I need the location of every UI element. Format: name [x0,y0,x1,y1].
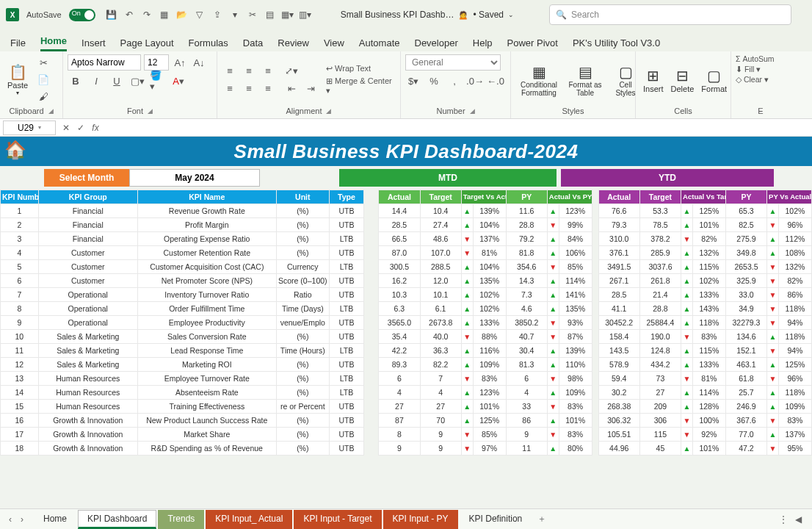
font-size-select[interactable] [144,54,169,71]
col-ytd-pyva[interactable]: PY Vs Actual [767,190,812,204]
table-row[interactable]: 1FinancialRevenue Growth Rate(%)UTB14.41… [1,204,812,218]
table-row[interactable]: 3FinancialOperating Expense Ratio(%)LTB6… [1,232,812,246]
menu-view[interactable]: View [324,37,344,51]
name-box[interactable]: U29 ▾ [3,120,56,135]
col-mtd-tva[interactable]: Target Vs Actual [461,190,506,204]
currency-icon[interactable]: $▾ [405,73,421,88]
menu-power-pivot[interactable]: Power Pivot [507,37,558,51]
menu-formulas[interactable]: Formulas [189,37,228,51]
fx-icon[interactable]: fx [88,123,103,133]
table-row[interactable]: 9OperationalEmployee Productivityvenue/E… [1,316,812,330]
enter-formula-icon[interactable]: ✓ [73,123,88,133]
table-row[interactable]: 2FinancialProfit Margin(%)UTB28.527.4▲10… [1,218,812,232]
accessibility-icon[interactable]: 🙍 [458,10,468,20]
home-icon[interactable]: 🏠 [4,140,26,160]
paste-button[interactable]: 📋Paste▾ [4,62,31,98]
col-mtd-avpy[interactable]: Actual Vs PY [547,190,592,204]
sheet-tab-kpi-input-actual[interactable]: KPI Input_ Actual [206,510,292,529]
bold-button[interactable]: B [68,73,84,88]
sheet-tab-kpi-input-py[interactable]: KPI Input - PY [383,510,458,529]
table2-icon[interactable]: ▦▾ [282,9,294,21]
insert-cells-button[interactable]: ⊞Insert [640,65,667,95]
table-row[interactable]: 13Human ResourcesEmployee Turnover Rate(… [1,372,812,386]
menu-insert[interactable]: Insert [81,37,106,51]
table-row[interactable]: 7OperationalInventory Turnover RatioRati… [1,288,812,302]
sheet-tab-kpi-definition[interactable]: KPI Definition [460,510,532,529]
col-mtd-py[interactable]: PY [506,190,547,204]
col-kpi-number[interactable]: KPI Number [1,190,39,204]
sheet-tab-kpi-input-target[interactable]: KPI Input - Target [294,510,381,529]
sheet-prev-icon[interactable]: ‹ [4,514,16,525]
merge-center-button[interactable]: ⊞ Merge & Center ▾ [326,76,396,96]
border-button[interactable]: ▢▾ [129,73,145,88]
col-kpi-name[interactable]: KPI Name [137,190,276,204]
align-top-icon[interactable]: ≡ [222,64,238,79]
format-painter-button[interactable]: 🖌 [35,90,51,104]
copy-button[interactable]: 📄 [35,73,51,87]
sheet-tab-trends[interactable]: Trends [158,510,204,529]
underline-button[interactable]: U [109,73,125,88]
clear-button[interactable]: ◇ Clear ▾ [736,75,769,84]
menu-file[interactable]: File [10,37,26,51]
cut-button[interactable]: ✂ [35,56,51,71]
table-row[interactable]: 11Sales & MarketingLead Response TimeTim… [1,344,812,358]
format-cells-button[interactable]: ▢Format [698,65,730,95]
decrease-decimal-icon[interactable]: ←.0 [487,73,504,88]
table-row[interactable]: 5CustomerCustomer Acquisition Cost (CAC)… [1,260,812,274]
col-type[interactable]: Type [329,190,363,204]
col-ytd-target[interactable]: Target [639,190,681,204]
redo-icon[interactable]: ↷ [141,9,153,21]
align-left-icon[interactable]: ≡ [222,82,238,96]
menu-pk-s-utility-tool-v3-0[interactable]: PK's Utility Tool V3.0 [573,37,660,51]
cancel-formula-icon[interactable]: ✕ [59,123,73,133]
sheet-tab-kpi-dashboard[interactable]: KPI Dashboard [78,510,156,529]
percent-icon[interactable]: % [426,73,442,88]
menu-data[interactable]: Data [243,37,263,51]
table-row[interactable]: 17Growth & InnovationMarket Share(%)UTB8… [1,428,812,442]
grid-icon[interactable]: ▦ [159,9,170,21]
share-icon[interactable]: ⇪ [211,9,223,21]
table-row[interactable]: 16Growth & InnovationNew Product Launch … [1,414,812,428]
sheet-next-icon[interactable]: › [16,514,28,525]
fill-button[interactable]: ⬇ Fill ▾ [736,65,761,73]
table-row[interactable]: 4CustomerCustomer Retention Rate(%)UTB87… [1,246,812,260]
conditional-formatting-button[interactable]: ▦Conditional Formatting [515,62,562,98]
cut-icon[interactable]: ✂ [247,9,258,21]
increase-decimal-icon[interactable]: .0→ [467,73,483,88]
table-row[interactable]: 6CustomerNet Promoter Score (NPS)Score (… [1,274,812,288]
search-box[interactable]: 🔍 Search [549,4,791,25]
col-ytd-py[interactable]: PY [725,190,766,204]
format-as-table-button[interactable]: ▤Format as Table [564,62,606,98]
align-center-icon[interactable]: ≡ [241,82,257,96]
table-row[interactable]: 18Growth & InnovationR&D Spending as % o… [1,442,812,456]
col-mtd-actual[interactable]: Actual [379,190,420,204]
list-icon[interactable]: ▥▾ [300,9,311,21]
table-row[interactable]: 14Human ResourcesAbsenteeism Rate(%)LTB4… [1,386,812,400]
add-sheet-button[interactable]: ＋ [537,513,546,525]
scroll-left-icon[interactable]: ◀ [795,514,802,525]
col-mtd-target[interactable]: Target [420,190,461,204]
align-right-icon[interactable]: ≡ [260,82,276,96]
formula-input[interactable] [103,120,812,135]
font-color-button[interactable]: A▾ [170,73,186,88]
fill-color-button[interactable]: 🪣▾ [150,73,166,88]
saved-status[interactable]: • Saved [473,10,504,20]
col-ytd-avt[interactable]: Actual Vs Target [681,190,726,204]
table-row[interactable]: 12Sales & MarketingMarketing ROI(%)UTB89… [1,358,812,372]
open-icon[interactable]: 📂 [176,9,188,21]
align-bottom-icon[interactable]: ≡ [260,64,276,79]
delete-cells-button[interactable]: ⊟Delete [668,65,697,95]
table-icon[interactable]: ▤ [264,9,276,21]
table-row[interactable]: 10Sales & MarketingSales Conversion Rate… [1,330,812,344]
sheet-menu-icon[interactable]: ⋮ [779,514,788,525]
increase-indent-icon[interactable]: ⇥ [302,82,319,96]
col-ytd-actual[interactable]: Actual [598,190,639,204]
italic-button[interactable]: I [88,73,104,88]
table-row[interactable]: 8OperationalOrder Fulfillment TimeTime (… [1,302,812,316]
font-name-select[interactable] [68,54,141,71]
comma-icon[interactable]: , [446,73,463,88]
orientation-icon[interactable]: ⤢▾ [283,64,300,79]
menu-help[interactable]: Help [473,37,493,51]
sheet-tab-home[interactable]: Home [34,510,76,529]
col-unit[interactable]: Unit [276,190,329,204]
